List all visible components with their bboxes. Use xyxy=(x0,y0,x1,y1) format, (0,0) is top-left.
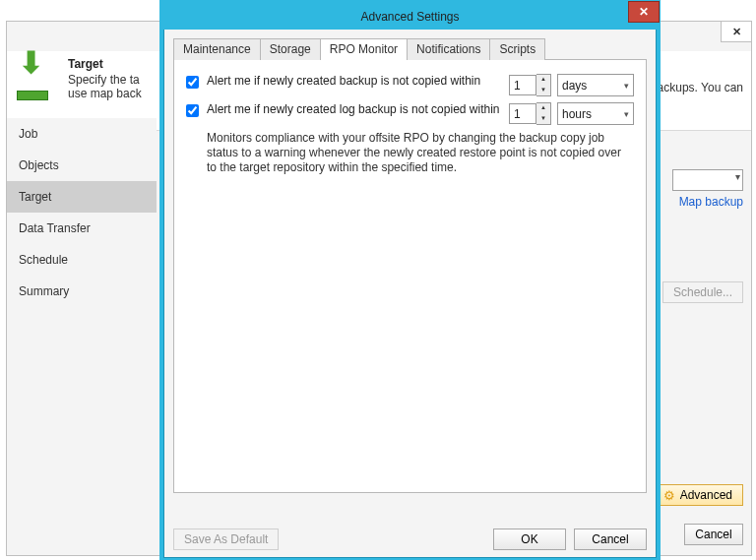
tabstrip: Maintenance Storage RPO Monitor Notifica… xyxy=(173,37,647,60)
alert-log-backup-unit-select[interactable]: hours xyxy=(557,102,634,125)
chevron-up-icon: ▲ xyxy=(536,103,550,114)
cancel-button[interactable]: Cancel xyxy=(574,529,647,550)
sidebar-step-schedule[interactable]: Schedule xyxy=(7,244,157,276)
sidebar-step-data-transfer[interactable]: Data Transfer xyxy=(7,213,157,244)
chevron-down-icon: ▼ xyxy=(536,86,550,96)
wizard-steps-sidebar: Job Objects Target Data Transfer Schedul… xyxy=(7,118,157,555)
gear-icon: ⚙ xyxy=(663,488,675,503)
chevron-up-icon: ▲ xyxy=(536,75,550,86)
alert-log-backup-checkbox[interactable] xyxy=(186,104,199,117)
tab-maintenance[interactable]: Maintenance xyxy=(173,38,261,60)
dialog-title: Advanced Settings xyxy=(360,10,459,24)
chevron-down-icon: ▼ xyxy=(536,114,550,125)
alert-backup-label: Alert me if newly created backup is not … xyxy=(207,74,501,89)
alert-backup-checkbox[interactable] xyxy=(186,76,199,89)
tab-storage[interactable]: Storage xyxy=(260,38,321,60)
alert-backup-spinner[interactable]: ▲▼ xyxy=(536,74,551,96)
target-icon: ⬇ xyxy=(17,57,60,100)
wizard-cancel-button[interactable]: Cancel xyxy=(684,524,743,545)
page-title: Target xyxy=(68,57,142,71)
sidebar-step-objects[interactable]: Objects xyxy=(7,150,157,181)
map-backup-link[interactable]: Map backup xyxy=(679,195,743,209)
advanced-settings-dialog: Advanced Settings ✕ Maintenance Storage … xyxy=(159,0,661,560)
save-as-default-button[interactable]: Save As Default xyxy=(173,529,279,550)
window-close-button[interactable]: ✕ xyxy=(721,21,752,42)
sidebar-step-job[interactable]: Job xyxy=(7,118,157,150)
tab-rpo-monitor[interactable]: RPO Monitor xyxy=(320,38,408,60)
alert-backup-unit-select[interactable]: days xyxy=(557,74,634,96)
sidebar-step-target[interactable]: Target xyxy=(7,181,157,213)
schedule-button[interactable]: Schedule... xyxy=(662,281,743,303)
rpo-description: Monitors compliance with your offsite RP… xyxy=(207,131,634,175)
ok-button[interactable]: OK xyxy=(493,529,566,550)
advanced-button-label: Advanced xyxy=(680,488,732,502)
tab-scripts[interactable]: Scripts xyxy=(489,38,545,60)
advanced-button[interactable]: ⚙ Advanced xyxy=(653,484,743,506)
dialog-close-button[interactable]: ✕ xyxy=(628,1,660,23)
alert-backup-value-input[interactable]: 1 xyxy=(509,75,536,95)
repository-dropdown[interactable] xyxy=(672,169,743,191)
alert-log-backup-label: Alert me if newly created log backup is … xyxy=(207,102,501,117)
tab-panel-rpo-monitor: Alert me if newly created backup is not … xyxy=(173,60,647,493)
dialog-titlebar: Advanced Settings ✕ xyxy=(163,4,657,30)
sidebar-step-summary[interactable]: Summary xyxy=(7,276,157,307)
close-icon: ✕ xyxy=(732,26,741,38)
alert-log-backup-spinner[interactable]: ▲▼ xyxy=(536,102,551,125)
tab-notifications[interactable]: Notifications xyxy=(407,38,490,60)
close-icon: ✕ xyxy=(639,5,649,19)
page-subtitle: Specify the ta use map back xyxy=(68,73,142,100)
alert-log-backup-value-input[interactable]: 1 xyxy=(509,103,536,124)
header-text-fragment: backups. You can xyxy=(651,81,743,94)
